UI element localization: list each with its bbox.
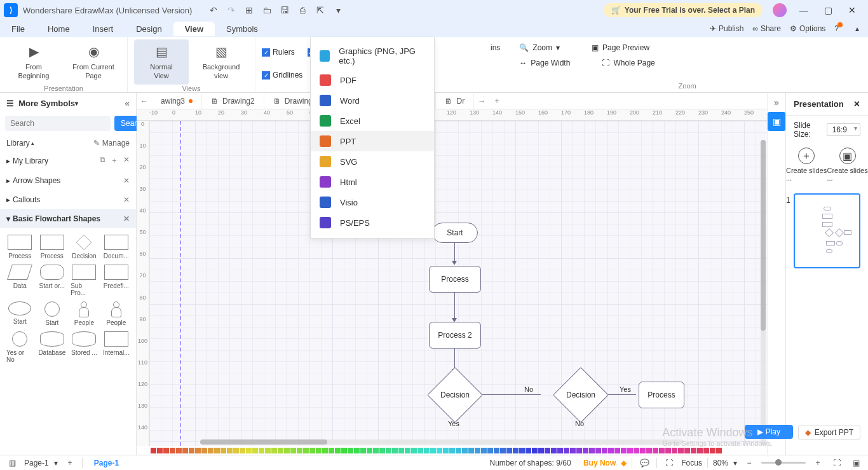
publish-link[interactable]: ✈ Publish xyxy=(710,24,743,33)
color-swatch[interactable] xyxy=(411,448,417,453)
shape-process[interactable]: Process xyxy=(5,233,34,261)
save-icon[interactable]: 🖫 xyxy=(276,1,294,19)
cat-my-library[interactable]: ▸ My Library⧉＋✕ xyxy=(0,150,136,171)
fullscreen-icon[interactable]: ▣ xyxy=(849,459,863,467)
zoom-label[interactable]: 80% xyxy=(713,459,728,467)
export-item-pdf[interactable]: PDF xyxy=(311,70,434,90)
color-swatch[interactable] xyxy=(475,448,480,453)
tab-add[interactable]: ＋ xyxy=(489,95,505,106)
color-swatch[interactable] xyxy=(284,448,290,453)
color-swatch[interactable] xyxy=(265,448,271,453)
page-margins-fragment[interactable]: ins xyxy=(491,43,500,52)
fit-page-icon[interactable]: ⛶ xyxy=(830,459,844,467)
normal-view-btn[interactable]: ▤Normal View xyxy=(134,39,189,85)
more-icon[interactable]: ▾ xyxy=(329,1,347,19)
shape-database[interactable]: Database xyxy=(37,330,67,364)
manage-link[interactable]: ✎ Manage xyxy=(93,139,130,148)
color-swatch[interactable] xyxy=(303,448,309,453)
tab-file[interactable]: File xyxy=(0,22,36,36)
color-swatch[interactable] xyxy=(494,448,499,453)
fc-process2[interactable]: Process 2 xyxy=(429,322,481,349)
page-nav-icon[interactable]: ▥ xyxy=(5,459,19,467)
create-slides-view[interactable]: ＋Create slides ... xyxy=(786,148,827,182)
color-swatch[interactable] xyxy=(329,448,334,453)
color-swatch[interactable] xyxy=(322,448,328,453)
export-item-graphics-png-jpg-etc-[interactable]: Graphics (PNG, JPG etc.) xyxy=(311,42,434,70)
fc-process-right[interactable]: Process xyxy=(639,382,684,408)
tab-home[interactable]: Home xyxy=(36,22,81,36)
color-swatch[interactable] xyxy=(157,448,163,453)
color-swatch[interactable] xyxy=(691,448,696,453)
fc-decision2[interactable]: Decision xyxy=(553,367,609,423)
close-btn[interactable]: ✕ xyxy=(840,1,864,19)
color-swatch[interactable] xyxy=(703,448,709,453)
doc-tab[interactable]: 🗎 Drawing2 xyxy=(202,93,264,109)
color-swatch[interactable] xyxy=(513,448,519,453)
right-tab-presentation[interactable]: ▣ xyxy=(768,112,785,131)
color-swatch[interactable] xyxy=(506,448,512,453)
color-swatch[interactable] xyxy=(430,448,436,453)
color-swatch[interactable] xyxy=(214,448,220,453)
doc-tab[interactable]: 🗎 Dr xyxy=(436,93,474,109)
color-swatch[interactable] xyxy=(360,448,366,453)
page-nav-label[interactable]: Page-1 xyxy=(24,459,49,467)
tab-scroll-left[interactable]: ← xyxy=(137,97,152,106)
color-swatch[interactable] xyxy=(201,448,207,453)
shape-decision[interactable]: Decision xyxy=(69,233,98,261)
color-swatch[interactable] xyxy=(348,448,353,453)
avatar[interactable] xyxy=(773,3,787,17)
options-link[interactable]: ⚙ Options xyxy=(790,24,825,33)
color-swatch[interactable] xyxy=(583,448,588,453)
color-swatch[interactable] xyxy=(195,448,201,453)
color-swatch[interactable] xyxy=(646,448,652,453)
color-swatch[interactable] xyxy=(519,448,525,453)
color-swatch[interactable] xyxy=(710,448,715,453)
fc-process[interactable]: Process xyxy=(429,266,481,293)
cat-arrow-shapes[interactable]: ▸ Arrow Shapes✕ xyxy=(0,171,136,190)
export-item-word[interactable]: Word xyxy=(311,90,434,111)
color-swatch[interactable] xyxy=(487,448,493,453)
color-swatch[interactable] xyxy=(373,448,379,453)
tab-design[interactable]: Design xyxy=(125,22,173,36)
export-ppt-button[interactable]: ◆Export PPT xyxy=(798,425,860,440)
open-icon[interactable]: 🗀 xyxy=(258,1,276,19)
color-swatch[interactable] xyxy=(379,448,385,453)
color-swatch[interactable] xyxy=(278,448,283,453)
color-swatch[interactable] xyxy=(309,448,315,453)
color-swatch[interactable] xyxy=(208,448,214,453)
sidebar-collapse-icon[interactable]: « xyxy=(125,98,130,108)
color-swatch[interactable] xyxy=(570,448,576,453)
rp-close-icon[interactable]: ✕ xyxy=(853,99,860,109)
color-swatch[interactable] xyxy=(233,448,239,453)
color-swatch[interactable] xyxy=(532,448,538,453)
search-input[interactable] xyxy=(5,116,111,131)
from-current-btn[interactable]: ◉From Current Page xyxy=(66,39,121,85)
shape-docum-[interactable]: Docum... xyxy=(102,233,131,261)
color-swatch[interactable] xyxy=(589,448,595,453)
shape-sub-pro-[interactable]: Sub Pro... xyxy=(69,263,98,298)
color-swatch[interactable] xyxy=(481,448,487,453)
color-swatch[interactable] xyxy=(449,448,455,453)
shape-people[interactable]: People xyxy=(102,300,131,328)
maximize-btn[interactable]: ▢ xyxy=(816,1,840,19)
color-swatch[interactable] xyxy=(367,448,372,453)
new-icon[interactable]: ⊞ xyxy=(240,1,258,19)
from-beginning-btn[interactable]: ▶From Beginning xyxy=(6,39,61,85)
tab-insert[interactable]: Insert xyxy=(81,22,125,36)
color-swatch[interactable] xyxy=(659,448,665,453)
color-swatch[interactable] xyxy=(220,448,226,453)
zoom-in-icon[interactable]: ＋ xyxy=(811,457,825,468)
export-icon[interactable]: ⇱ xyxy=(311,1,329,19)
zoom-btn[interactable]: 🔍 Zoom▾ xyxy=(513,42,566,53)
shape-start-or-[interactable]: Start or... xyxy=(37,263,67,298)
color-swatch[interactable] xyxy=(621,448,627,453)
color-strip[interactable] xyxy=(137,446,767,455)
vertical-scrollbar[interactable] xyxy=(761,140,766,445)
color-swatch[interactable] xyxy=(259,448,264,453)
color-swatch[interactable] xyxy=(176,448,182,453)
color-swatch[interactable] xyxy=(354,448,360,453)
minimize-btn[interactable]: — xyxy=(792,1,816,19)
tab-scroll-right[interactable]: → xyxy=(474,97,489,106)
color-swatch[interactable] xyxy=(665,448,671,453)
tab-symbols[interactable]: Symbols xyxy=(215,22,269,36)
